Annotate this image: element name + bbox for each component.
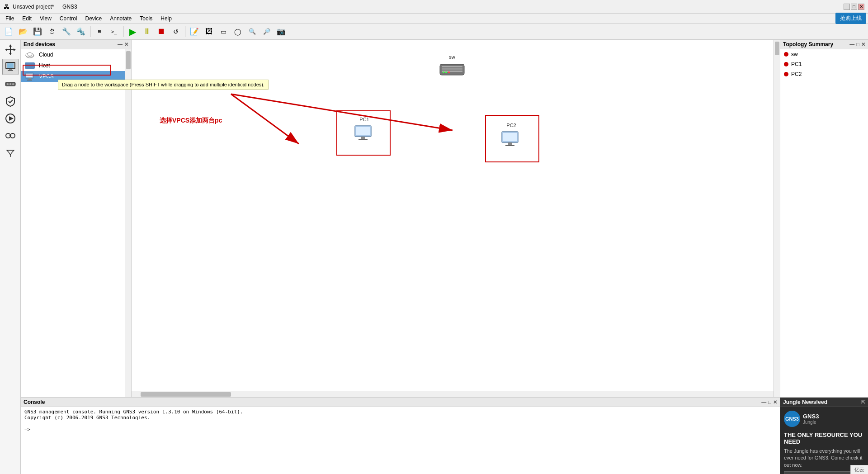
server-button[interactable]: 🔧 bbox=[60, 25, 73, 38]
svg-point-13 bbox=[12, 83, 14, 85]
image-button[interactable]: 🖼 bbox=[202, 25, 216, 38]
screenshot-button2[interactable]: 📷 bbox=[274, 25, 288, 38]
zoom-in-button[interactable]: 🔍 bbox=[245, 25, 259, 38]
snapshot-button[interactable]: ⏱ bbox=[45, 25, 59, 38]
menu-edit[interactable]: Edit bbox=[19, 14, 35, 23]
jungle-expand[interactable]: ⇱ bbox=[861, 399, 865, 405]
svg-rect-8 bbox=[9, 69, 12, 70]
devices-close[interactable]: ✕ bbox=[124, 42, 128, 47]
topo-status-pc2 bbox=[784, 72, 788, 76]
maximize-button[interactable]: □ bbox=[851, 4, 857, 10]
node-pc1[interactable]: PC1 bbox=[353, 117, 376, 143]
left-sidebar bbox=[0, 40, 21, 474]
minimize-button[interactable]: — bbox=[844, 4, 850, 10]
terminal-button[interactable]: ⊞ bbox=[93, 25, 106, 38]
topo-status-sw bbox=[784, 52, 788, 57]
promo-button[interactable]: 抢购上线 bbox=[835, 13, 866, 24]
device-host[interactable]: Host bbox=[21, 60, 125, 71]
topology-panel: Topology Summary — □ ✕ sw PC1 bbox=[780, 40, 868, 397]
sidebar-play-icon[interactable] bbox=[2, 110, 19, 127]
console-prompt: => bbox=[24, 427, 776, 432]
menu-device[interactable]: Device bbox=[82, 14, 106, 23]
workspace-scrollbar-thumb bbox=[141, 392, 231, 397]
topology-close[interactable]: ✕ bbox=[861, 42, 865, 47]
status-bar: 亿云 bbox=[850, 465, 868, 474]
security-icon bbox=[5, 95, 16, 107]
console-line-2: Copyright (c) 2006-2019 GNS3 Technologie… bbox=[24, 415, 776, 421]
topology-minimize[interactable]: — bbox=[849, 42, 854, 47]
stop-button[interactable]: ⏹ bbox=[155, 25, 168, 38]
jungle-sub: Jungle bbox=[803, 420, 819, 425]
topo-item-pc2[interactable]: PC2 bbox=[780, 69, 868, 79]
devices-scrollbar[interactable] bbox=[125, 49, 131, 397]
devices-minimize[interactable]: — bbox=[118, 42, 123, 47]
menu-help[interactable]: Help bbox=[157, 14, 175, 23]
gns3-logo: GNS3 bbox=[784, 411, 800, 427]
sidebar-links-icon[interactable] bbox=[2, 128, 19, 144]
devices-panel: End devices — ✕ bbox=[21, 40, 132, 397]
topo-status-pc1 bbox=[784, 62, 788, 66]
titlebar-controls[interactable]: — □ ✕ bbox=[844, 4, 864, 10]
sidebar-security-icon[interactable] bbox=[2, 93, 19, 109]
zoom-out-button[interactable]: 🔎 bbox=[260, 25, 274, 38]
node-sw[interactable]: sw bbox=[439, 54, 465, 77]
svg-marker-5 bbox=[14, 48, 16, 51]
vpcs-svg-icon bbox=[24, 72, 35, 81]
filter-icon bbox=[5, 147, 16, 159]
topo-item-sw[interactable]: sw bbox=[780, 49, 868, 59]
svg-rect-26 bbox=[28, 78, 31, 80]
topology-header-controls: — □ ✕ bbox=[849, 42, 865, 47]
jungle-headline: THE ONLY RESOURCE YOU NEED bbox=[784, 431, 864, 445]
svg-point-12 bbox=[9, 83, 11, 85]
start-button[interactable]: ▶ bbox=[126, 25, 139, 38]
ellipse-button[interactable]: ◯ bbox=[231, 25, 245, 38]
menu-tools[interactable]: Tools bbox=[136, 14, 156, 23]
close-button[interactable]: ✕ bbox=[858, 4, 864, 10]
topology-maximize[interactable]: □ bbox=[856, 42, 859, 47]
svg-rect-31 bbox=[442, 71, 462, 72]
sidebar-endpoint-icon[interactable] bbox=[2, 59, 19, 75]
workspace-scrollbar-h[interactable] bbox=[132, 391, 774, 397]
sidebar-filter-icon[interactable] bbox=[2, 145, 19, 161]
device-host-label: Host bbox=[39, 62, 50, 69]
sidebar-switch-icon[interactable] bbox=[2, 76, 19, 92]
toolbar-sep-1 bbox=[90, 26, 90, 37]
node-pc2[interactable]: PC2 bbox=[500, 123, 523, 149]
console-panel: Console — □ ✕ GNS3 management console. R… bbox=[21, 398, 780, 474]
menu-file[interactable]: File bbox=[2, 14, 18, 23]
status-text: 亿云 bbox=[854, 467, 864, 472]
pause-button[interactable]: ⏸ bbox=[140, 25, 154, 38]
menu-annotate[interactable]: Annotate bbox=[106, 14, 135, 23]
menu-control[interactable]: Control bbox=[56, 14, 81, 23]
console-button[interactable]: >_ bbox=[107, 25, 121, 38]
switch-icon bbox=[5, 78, 16, 90]
upper-content: End devices — ✕ bbox=[21, 40, 868, 397]
topo-item-pc1[interactable]: PC1 bbox=[780, 59, 868, 69]
console-maximize[interactable]: □ bbox=[768, 399, 771, 405]
console-content: GNS3 management console. Running GNS3 ve… bbox=[21, 407, 780, 474]
console-close[interactable]: ✕ bbox=[773, 399, 777, 405]
host-device-icon bbox=[24, 62, 35, 69]
router-cross-icon bbox=[4, 43, 17, 56]
titlebar-title: Unsaved project* — GNS3 bbox=[13, 4, 77, 10]
app-icon: 🖧 bbox=[4, 3, 10, 10]
preferences-button[interactable]: 🔩 bbox=[74, 25, 88, 38]
save-button[interactable]: 💾 bbox=[31, 25, 44, 38]
open-button[interactable]: 📂 bbox=[16, 25, 30, 38]
menu-view[interactable]: View bbox=[36, 14, 55, 23]
pc2-icon bbox=[500, 131, 523, 149]
device-cloud[interactable]: Cloud bbox=[21, 49, 125, 60]
jungle-panel: Jungle Newsfeed ⇱ GNS3 GNS3 Jungle THE O… bbox=[780, 398, 868, 474]
note-button[interactable]: 📝 bbox=[188, 25, 201, 38]
reload-button[interactable]: ↺ bbox=[169, 25, 183, 38]
new-button[interactable]: 📄 bbox=[2, 25, 15, 38]
links-icon bbox=[5, 130, 16, 142]
workspace[interactable]: sw PC1 bbox=[132, 40, 774, 397]
svg-rect-40 bbox=[503, 133, 517, 141]
sidebar-router-icon[interactable] bbox=[2, 42, 19, 58]
workspace-scrollbar-v[interactable] bbox=[774, 40, 780, 397]
rect-button[interactable]: ▭ bbox=[217, 25, 230, 38]
device-vpcs[interactable]: VPCS bbox=[21, 71, 125, 82]
console-line-1: GNS3 management console. Running GNS3 ve… bbox=[24, 409, 776, 415]
console-minimize[interactable]: — bbox=[761, 399, 766, 405]
